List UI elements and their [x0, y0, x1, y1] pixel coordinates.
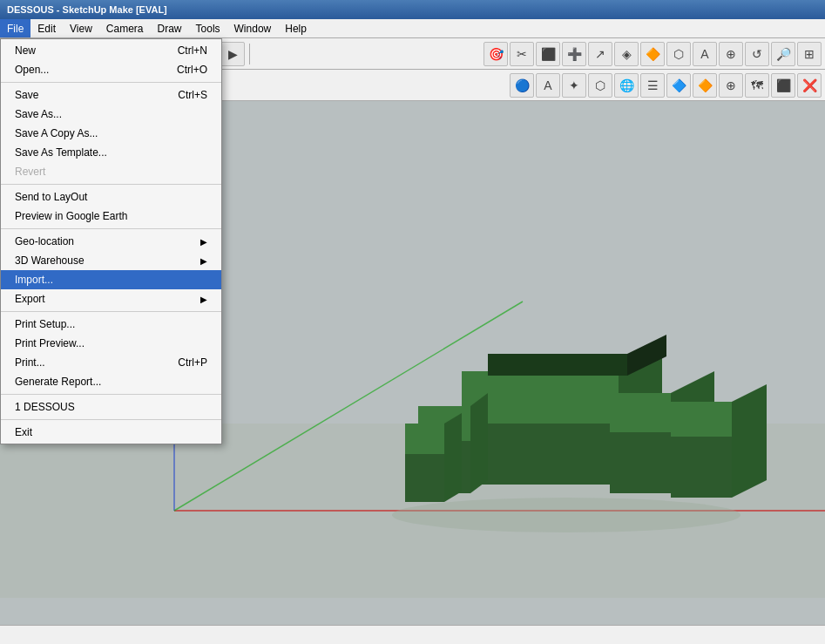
menu-save-template[interactable]: Save As Template... — [1, 143, 221, 162]
menu-new-label: New — [15, 44, 36, 57]
menu-save-template-label: Save As Template... — [15, 146, 107, 159]
geo-location-arrow: ▶ — [200, 237, 207, 247]
menu-exit-label: Exit — [15, 426, 32, 438]
menu-export[interactable]: Export ▶ — [1, 289, 221, 308]
tool-r6[interactable]: ◈ — [614, 42, 639, 66]
menu-new[interactable]: New Ctrl+N — [1, 41, 221, 60]
tool-r8[interactable]: ⬡ — [666, 42, 691, 66]
tool-r1[interactable]: 🎯 — [484, 42, 508, 66]
title-text: DESSOUS - SketchUp Make [EVAL] — [7, 4, 167, 15]
menu-open-label: Open... — [15, 64, 49, 76]
menu-save-as[interactable]: Save As... — [1, 105, 221, 124]
menu-recent-1[interactable]: 1 DESSOUS — [1, 397, 221, 417]
menu-open-shortcut: Ctrl+O — [177, 64, 207, 76]
menu-edit[interactable]: Edit — [30, 19, 63, 37]
tool2-r12[interactable]: ❌ — [797, 73, 822, 98]
menu-3d-warehouse[interactable]: 3D Warehouse ▶ — [1, 251, 221, 270]
menu-draw[interactable]: Draw — [151, 19, 189, 37]
menu-print-preview-label: Print Preview... — [15, 337, 85, 349]
menu-preview-earth-label: Preview in Google Earth — [15, 210, 127, 222]
menu-print-shortcut: Ctrl+P — [178, 356, 207, 369]
tool-r13[interactable]: ⊞ — [797, 42, 822, 66]
menu-import-label: Import... — [15, 274, 53, 286]
tool2-r11[interactable]: ⬛ — [771, 73, 795, 98]
menu-bar: File Edit View Camera Draw Tools Window … — [0, 19, 825, 38]
menu-export-label: Export — [15, 293, 45, 305]
menu-print-preview[interactable]: Print Preview... — [1, 334, 221, 353]
menu-geo-location-label: Geo-location — [15, 235, 74, 247]
menu-save-copy-label: Save A Copy As... — [15, 127, 98, 139]
tool-r11[interactable]: ↺ — [745, 42, 769, 66]
sep2 — [249, 44, 250, 64]
tool-r10[interactable]: ⊕ — [719, 42, 743, 66]
menu-import[interactable]: Import... — [1, 270, 221, 289]
menu-window[interactable]: Window — [227, 19, 279, 37]
menu-view[interactable]: View — [63, 19, 99, 37]
menu-print-setup-label: Print Setup... — [15, 318, 75, 330]
tool2-r5[interactable]: 🌐 — [614, 73, 639, 98]
tool2-r1[interactable]: 🔵 — [510, 73, 534, 98]
menu-print-label: Print... — [15, 356, 45, 369]
tool2-r10[interactable]: 🗺 — [745, 73, 769, 98]
menu-recent-1-label: 1 DESSOUS — [15, 401, 75, 413]
svg-marker-15 — [671, 437, 732, 498]
menu-preview-earth[interactable]: Preview in Google Earth — [1, 207, 221, 226]
tool-r3[interactable]: ⬛ — [536, 42, 560, 66]
menu-revert: Revert — [1, 162, 221, 181]
title-bar: DESSOUS - SketchUp Make [EVAL] — [0, 0, 825, 19]
tool-r2[interactable]: ✂ — [510, 42, 534, 66]
menu-revert-label: Revert — [15, 166, 45, 178]
svg-point-5 — [392, 498, 740, 532]
menu-geo-location[interactable]: Geo-location ▶ — [1, 232, 221, 251]
menu-generate-report-label: Generate Report... — [15, 376, 101, 388]
svg-marker-12 — [610, 432, 671, 493]
menu-file[interactable]: File — [0, 19, 30, 37]
tool2-r2[interactable]: A — [536, 73, 560, 98]
tool2-r4[interactable]: ⬡ — [588, 73, 612, 98]
svg-marker-17 — [732, 384, 767, 498]
status-bar — [0, 625, 825, 644]
menu-print[interactable]: Print... Ctrl+P — [1, 353, 221, 372]
menu-generate-report[interactable]: Generate Report... — [1, 372, 221, 391]
tool-r7[interactable]: 🔶 — [640, 42, 665, 66]
tool2-r6[interactable]: ☰ — [640, 73, 665, 98]
tool-r9[interactable]: A — [693, 42, 717, 66]
3d-warehouse-arrow: ▶ — [200, 256, 207, 266]
tool2-r9[interactable]: ⊕ — [719, 73, 743, 98]
sep2 — [1, 184, 221, 185]
file-menu-dropdown: New Ctrl+N Open... Ctrl+O Save Ctrl+S Sa… — [0, 38, 222, 444]
svg-marker-18 — [405, 454, 444, 502]
svg-marker-21 — [488, 354, 627, 376]
svg-marker-13 — [610, 393, 671, 432]
tool2-r3[interactable]: ✦ — [562, 73, 586, 98]
sep3 — [1, 228, 221, 229]
menu-print-setup[interactable]: Print Setup... — [1, 315, 221, 334]
menu-send-layout-label: Send to LayOut — [15, 191, 87, 203]
menu-help[interactable]: Help — [278, 19, 314, 37]
menu-save-shortcut: Ctrl+S — [178, 89, 207, 101]
svg-marker-19 — [405, 424, 444, 454]
tool-r12[interactable]: 🔎 — [771, 42, 795, 66]
sep6 — [1, 419, 221, 420]
menu-open[interactable]: Open... Ctrl+O — [1, 60, 221, 79]
menu-save[interactable]: Save Ctrl+S — [1, 85, 221, 105]
svg-marker-20 — [444, 413, 462, 502]
tool2-r7[interactable]: 🔷 — [666, 73, 691, 98]
menu-new-shortcut: Ctrl+N — [178, 44, 207, 57]
menu-save-copy[interactable]: Save A Copy As... — [1, 124, 221, 143]
export-arrow: ▶ — [200, 295, 207, 304]
tool-r4[interactable]: ➕ — [562, 42, 586, 66]
menu-save-as-label: Save As... — [15, 108, 62, 120]
menu-camera[interactable]: Camera — [99, 19, 151, 37]
tool2-r8[interactable]: 🔶 — [693, 73, 717, 98]
svg-marker-16 — [671, 402, 732, 437]
svg-marker-11 — [470, 393, 488, 493]
menu-save-label: Save — [15, 89, 38, 101]
sep1 — [1, 82, 221, 83]
menu-send-layout[interactable]: Send to LayOut — [1, 187, 221, 207]
next-view-button[interactable]: ▶ — [220, 42, 245, 66]
menu-3d-warehouse-label: 3D Warehouse — [15, 254, 85, 267]
tool-r5[interactable]: ↗ — [588, 42, 612, 66]
menu-tools[interactable]: Tools — [189, 19, 227, 37]
menu-exit[interactable]: Exit — [1, 423, 221, 442]
